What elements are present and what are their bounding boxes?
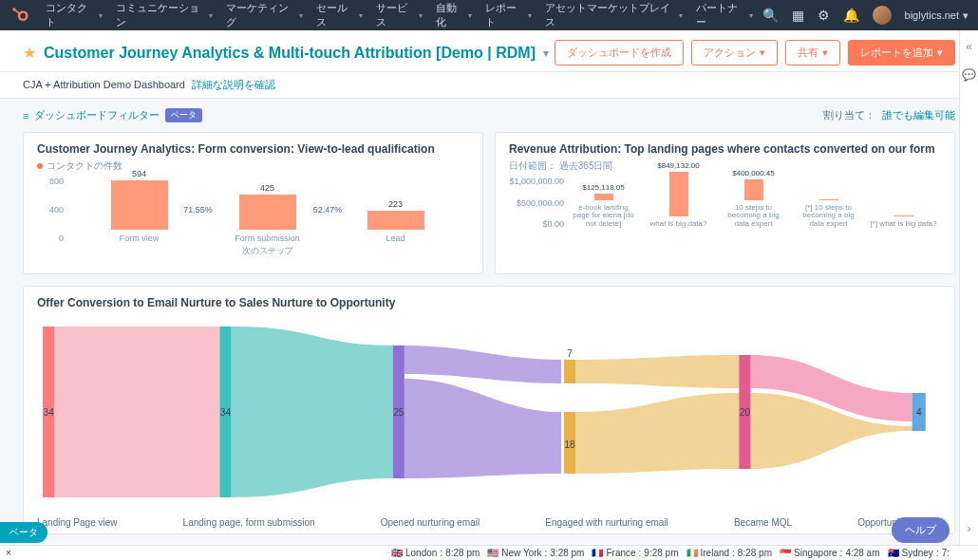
nav-items: コンタクト▾ コミュニケーション▾ マーケティング▾ セールス▾ サービス▾ 自… <box>40 0 759 33</box>
hubspot-logo-icon[interactable] <box>9 5 28 27</box>
share-button[interactable]: 共有 ▾ <box>785 40 840 65</box>
conversion-arrow-1: 71.55% <box>179 203 216 216</box>
page-header: ★ Customer Journey Analytics & Multi-tou… <box>0 30 978 72</box>
favorite-star-icon[interactable]: ★ <box>23 44 36 62</box>
filter-label[interactable]: ダッシュボードフィルター <box>34 108 160 122</box>
avatar[interactable] <box>873 6 892 25</box>
create-dashboard-button[interactable]: ダッシュボードを作成 <box>555 40 684 65</box>
card-title: Customer Journey Analytics: Form convers… <box>37 142 469 156</box>
chevron-down-icon: ▾ <box>937 47 943 59</box>
top-nav: コンタクト▾ コミュニケーション▾ マーケティング▾ セールス▾ サービス▾ 自… <box>0 0 978 30</box>
flow-3b-4 <box>575 393 739 474</box>
filter-bar: ≡ ダッシュボードフィルター ベータ 割り当て： 誰でも編集可能 <box>0 99 978 132</box>
nav-communication[interactable]: コミュニケーション▾ <box>110 0 218 33</box>
nav-automation[interactable]: 自動化▾ <box>430 0 478 33</box>
action-button[interactable]: アクション ▾ <box>691 40 778 65</box>
chevron-down-icon: ▾ <box>760 47 765 59</box>
bar-rev-0 <box>594 194 613 200</box>
flow-3a-4 <box>575 355 739 388</box>
bar-rev-2 <box>744 179 763 200</box>
marketplace-icon[interactable]: ▦ <box>792 8 804 23</box>
node-5-value: 4 <box>916 407 922 418</box>
beta-tab[interactable]: ベータ <box>0 522 47 543</box>
legend-dot-icon <box>37 163 43 169</box>
card-title: Revenue Attribution: Top landing pages w… <box>509 142 941 156</box>
sankey-chart: 34 34 25 7 18 20 4 Landing Page view Lan… <box>37 317 941 507</box>
world-clock-footer: × 🇬🇧London: 8:28 pm 🇺🇸New York: 3:28 pm … <box>0 545 978 546</box>
flow-2-3a <box>404 345 561 383</box>
bar-lead <box>367 211 424 230</box>
node-3a-value: 7 <box>567 348 573 359</box>
right-rail: « 💬 › <box>959 30 978 545</box>
conversion-arrow-2: 52.47% <box>310 203 347 216</box>
node-0-value: 34 <box>44 407 55 418</box>
flow-2-3b <box>404 379 561 478</box>
settings-icon[interactable]: ⚙ <box>818 8 830 23</box>
node-4-value: 20 <box>740 407 751 418</box>
flow-1-2 <box>232 327 393 497</box>
funnel-chart: 800 400 0 594Form view 425Form submissio… <box>37 177 469 271</box>
card-title: Offer Conversion to Email Nurture to Sal… <box>37 296 941 309</box>
detail-link[interactable]: 詳細な説明を確認 <box>192 79 275 90</box>
sankey-card: Offer Conversion to Email Nurture to Sal… <box>23 286 955 534</box>
nav-marketplace[interactable]: アセットマーケットプレイス▾ <box>539 0 688 33</box>
account-menu[interactable]: biglytics.net▾ <box>905 9 969 22</box>
beta-badge: ベータ <box>165 108 202 122</box>
bar-rev-1 <box>669 172 688 216</box>
nav-service[interactable]: サービス▾ <box>370 0 428 33</box>
add-report-button[interactable]: レポートを追加 ▾ <box>848 40 955 65</box>
revenue-chart: $1,000,000.00 $500,000.00 $0.00 $125,118… <box>509 177 941 271</box>
next-icon[interactable]: › <box>968 522 971 535</box>
nav-sales[interactable]: セールス▾ <box>310 0 368 33</box>
bar-rev-3 <box>819 199 838 200</box>
notifications-icon[interactable]: 🔔 <box>843 8 859 23</box>
nav-contacts[interactable]: コンタクト▾ <box>40 0 108 33</box>
flow-0-1 <box>54 327 219 497</box>
bar-form-submission <box>239 195 296 230</box>
nav-report[interactable]: レポート▾ <box>480 0 537 33</box>
revenue-attribution-card: Revenue Attribution: Top landing pages w… <box>495 132 955 274</box>
collapse-icon[interactable]: « <box>966 40 972 53</box>
subheader: CJA + Attribution Demo Dashboard 詳細な説明を確… <box>0 72 978 99</box>
node-2-value: 25 <box>393 407 404 418</box>
node-3a <box>564 360 575 383</box>
assigned-link[interactable]: 誰でも編集可能 <box>882 109 955 121</box>
filter-icon[interactable]: ≡ <box>23 110 28 121</box>
bar-form-view <box>111 180 168 230</box>
bar-rev-4 <box>894 215 913 216</box>
node-3b-value: 18 <box>564 439 575 450</box>
form-conversion-card: Customer Journey Analytics: Form convers… <box>23 132 483 274</box>
chevron-down-icon: ▾ <box>822 47 828 59</box>
help-button[interactable]: ヘルプ <box>892 517 950 543</box>
comment-icon[interactable]: 💬 <box>962 68 976 82</box>
title-dropdown-icon[interactable]: ▾ <box>543 47 549 60</box>
search-icon[interactable]: 🔍 <box>762 8 779 23</box>
nav-marketing[interactable]: マーケティング▾ <box>220 0 309 33</box>
page-title: Customer Journey Analytics & Multi-touch… <box>44 45 536 62</box>
nav-partner[interactable]: パートナー▾ <box>690 0 759 33</box>
node-1-value: 34 <box>220 407 232 418</box>
